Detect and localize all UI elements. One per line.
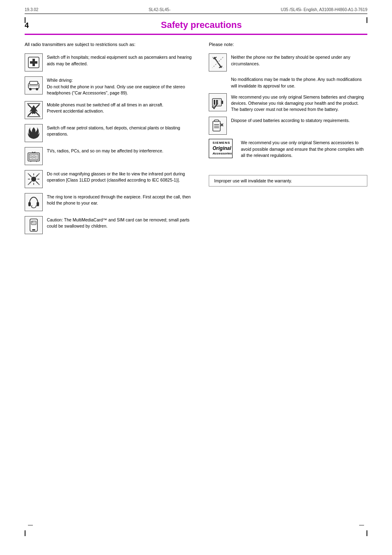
footer-dash-left: —	[28, 522, 33, 528]
list-item: SIEMENS Original Accessories We recommen…	[209, 139, 367, 159]
siemens-badge: SIEMENS Original Accessories	[209, 139, 233, 158]
svg-rect-35	[34, 221, 36, 223]
no-open-text: Neither the phone nor the battery should…	[231, 53, 367, 67]
right-column: Please note: Neither the phone nor the b…	[209, 41, 367, 239]
hospital-icon	[25, 53, 43, 71]
battery-text: We recommend you use only original Sieme…	[231, 93, 367, 113]
infrared-text: Do not use magnifying glasses or the lik…	[47, 170, 199, 183]
intro-right: Please note:	[209, 41, 367, 48]
header-doc: U35 /SL45i- English, A31008-H4860-A1-3-7…	[281, 7, 367, 12]
aircraft-icon	[25, 101, 43, 119]
main-content: All radio transmitters are subject to re…	[25, 35, 367, 239]
list-item: No modifications may be made to the phon…	[209, 76, 367, 89]
header-date: 19.3.02	[25, 7, 38, 12]
battery-icon	[209, 93, 227, 111]
tv-text: TVs, radios, PCs, and so on may be affec…	[47, 147, 163, 154]
list-item: Switch off in hospitals; medical equipme…	[25, 53, 199, 71]
svg-rect-4	[30, 81, 38, 85]
left-column: All radio transmitters are subject to re…	[25, 41, 199, 239]
list-item: We recommend you use only original Sieme…	[209, 93, 367, 113]
siemens-accessories-text: We recommend you use only original Sieme…	[241, 139, 367, 159]
list-item: Dispose of used batteries according to s…	[209, 117, 367, 135]
no-mod-text: No modifications may be made to the phon…	[231, 76, 367, 89]
svg-rect-31	[37, 202, 39, 206]
siemens-accessories-label: Accessories	[212, 152, 229, 156]
footer-mark-left	[25, 530, 25, 536]
infrared-icon	[25, 170, 43, 188]
fire-icon	[25, 124, 43, 142]
svg-rect-14	[29, 154, 38, 160]
svg-point-6	[36, 88, 38, 90]
page-title-section: 4 Safety precautions	[25, 14, 367, 35]
list-item: Switch off near petrol stations, fuel de…	[25, 124, 199, 142]
svg-rect-44	[221, 101, 223, 104]
header-left-mark	[25, 17, 25, 23]
siemens-original-label: Original	[212, 145, 229, 152]
tv-icon	[25, 147, 43, 165]
list-item: The ring tone is reproduced through the …	[25, 193, 199, 211]
svg-rect-49	[214, 120, 219, 122]
simcard-icon	[25, 216, 43, 234]
svg-point-5	[29, 88, 32, 90]
svg-rect-34	[32, 221, 33, 223]
footer-dash-right: —	[359, 522, 364, 528]
earpiece-icon	[25, 193, 43, 211]
header-model: SL42-SL45-	[149, 7, 171, 12]
siemens-brand-label: SIEMENS	[212, 141, 229, 145]
page-title: Safety precautions	[35, 20, 367, 30]
svg-rect-36	[32, 223, 36, 224]
svg-rect-2	[30, 61, 37, 64]
list-item: Do not use magnifying glasses or the lik…	[25, 170, 199, 188]
car-icon	[25, 76, 43, 94]
list-item: While driving:Do not hold the phone in y…	[25, 76, 199, 96]
page: 19.3.02 SL42-SL45- U35 /SL45i- English, …	[0, 0, 392, 555]
header-right-mark	[367, 17, 367, 23]
header: 19.3.02 SL42-SL45- U35 /SL45i- English, …	[0, 0, 392, 14]
intro-left: All radio transmitters are subject to re…	[25, 41, 199, 48]
svg-rect-37	[32, 229, 35, 230]
simcard-text: Caution: The MultiMediaCard™ and SIM car…	[47, 216, 199, 229]
dispose-text: Dispose of used batteries according to s…	[231, 117, 350, 124]
svg-rect-45	[214, 100, 215, 105]
driving-text: While driving:Do not hold the phone in y…	[47, 76, 199, 96]
aircraft-text: Mobile phones must be switched off at al…	[47, 101, 163, 114]
footer-mark-right	[367, 530, 367, 536]
list-item: Mobile phones must be switched off at al…	[25, 101, 199, 119]
bottom-note: Improper use will invalidate the warrant…	[209, 175, 367, 187]
list-item: TVs, radios, PCs, and so on may be affec…	[25, 147, 199, 165]
dispose-icon	[209, 117, 227, 135]
hospital-text: Switch off in hospitals; medical equipme…	[47, 53, 199, 67]
no-open-icon	[209, 53, 227, 71]
earpiece-text: The ring tone is reproduced through the …	[47, 193, 199, 206]
svg-rect-30	[28, 202, 31, 206]
list-item: Caution: The MultiMediaCard™ and SIM car…	[25, 216, 199, 234]
petrol-text: Switch off near petrol stations, fuel de…	[47, 124, 199, 137]
list-item: Neither the phone nor the battery should…	[209, 53, 367, 71]
